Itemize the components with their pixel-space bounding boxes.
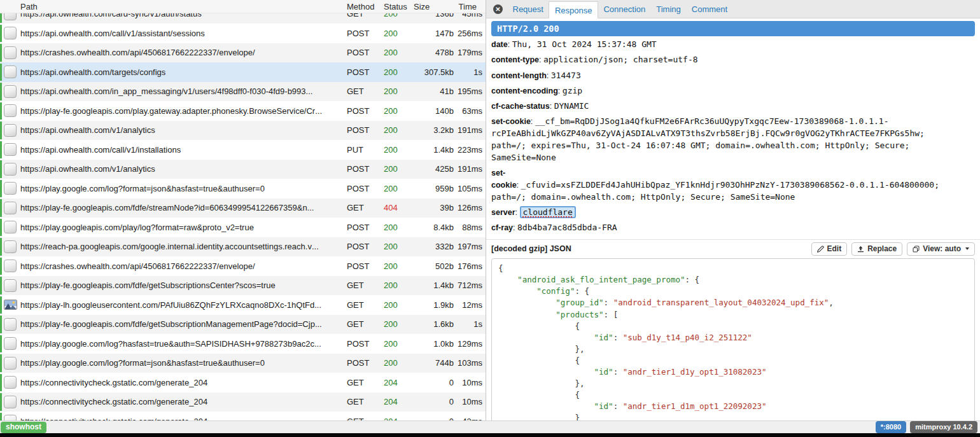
flow-status: 200 — [381, 13, 409, 18]
flow-row[interactable]: https://api.owhealth.com/card-sync/v1/au… — [0, 13, 486, 24]
flow-status: 200 — [381, 184, 409, 193]
flow-status: 200 — [381, 48, 409, 57]
document-icon — [4, 221, 17, 233]
view-mode-button[interactable]: View: auto — [907, 242, 975, 256]
json-line: { — [498, 355, 974, 366]
flow-row[interactable]: https://api.owhealth.com/v1/analyticsPOS… — [0, 160, 486, 179]
header-value: application/json; charset=utf-8 — [543, 55, 698, 64]
document-icon — [4, 240, 17, 253]
document-icon — [4, 182, 17, 195]
flow-path: https://api.owhealth.com/v1/analytics — [20, 125, 346, 135]
bottom-black-bar — [0, 433, 980, 437]
flow-row[interactable]: https://connectivitycheck.gstatic.com/ge… — [0, 412, 486, 420]
flow-path: https://play.google.com/log?hasfast=true… — [20, 339, 346, 349]
flow-method: POST — [346, 67, 381, 77]
flow-row[interactable]: https://play-fe.googleapis.com/play.gate… — [0, 101, 486, 121]
flow-row[interactable]: https://reach-pa.googleapis.com/google.i… — [0, 237, 486, 257]
flow-row[interactable]: https://play.google.com/log?hasfast=true… — [0, 334, 486, 354]
flow-time: 103ms — [454, 358, 486, 368]
edit-button[interactable]: Edit — [811, 242, 848, 256]
response-headers: date: Thu, 31 Oct 2024 15:37:48 GMTconte… — [491, 39, 975, 234]
column-header-method[interactable]: Method — [346, 2, 381, 11]
port-badge: *:8080 — [876, 421, 906, 433]
tab-comment[interactable]: Comment — [686, 0, 732, 18]
response-header-row: content-encoding: gzip — [491, 85, 975, 97]
flow-time: 105ms — [454, 184, 486, 193]
response-header-row: cf-ray: 8db4ba7ac8d5dbda-FRA — [491, 222, 975, 234]
flow-row[interactable]: https://play-lh.googleusercontent.com/PA… — [0, 295, 486, 315]
flow-method: POST — [346, 242, 381, 251]
header-value[interactable]: cloudflare — [520, 206, 576, 218]
column-header-time[interactable]: Time — [454, 2, 486, 11]
flow-method: GET — [346, 87, 381, 96]
column-header-path[interactable]: Path — [20, 2, 346, 11]
flow-size: 8.4kb — [409, 223, 454, 232]
tab-response[interactable]: Response — [549, 1, 598, 18]
flow-path: https://play-fe.googleapis.com/fdfe/getS… — [20, 281, 346, 290]
response-status-line[interactable]: HTTP/2.0 200 — [491, 21, 975, 36]
tab-connection[interactable]: Connection — [598, 0, 651, 18]
main-area: Path Method Status Size Time https://api… — [0, 0, 980, 420]
document-icon — [4, 143, 17, 156]
flow-row[interactable]: https://play-fe.googleapis.com/fdfe/getS… — [0, 315, 486, 335]
document-icon — [4, 202, 17, 214]
flow-time: 256ms — [454, 29, 486, 38]
content-view-label: [decoded gzip] JSON — [491, 244, 571, 253]
flow-row[interactable]: https://play-fe.googleapis.com/fdfe/getS… — [0, 276, 486, 296]
json-line: }, — [498, 378, 974, 389]
flow-row[interactable]: https://play.googleapis.com/play/log?for… — [0, 218, 486, 237]
flow-method: POST — [346, 261, 381, 271]
document-icon — [4, 27, 17, 39]
tab-timing[interactable]: Timing — [651, 0, 687, 18]
flow-path: https://api.owhealth.com/call/v1/install… — [20, 145, 346, 155]
flow-method: POST — [346, 29, 381, 38]
showhost-badge[interactable]: showhost — [1, 422, 46, 433]
flow-time: 12ms — [454, 300, 486, 310]
header-value: 314473 — [551, 71, 581, 80]
flow-method: GET — [346, 13, 381, 18]
flow-row[interactable]: https://play-fe.googleapis.com/fdfe/stre… — [0, 198, 486, 218]
flow-row[interactable]: https://crashes.owhealth.com/api/4506817… — [0, 43, 486, 63]
flow-row[interactable]: https://api.owhealth.com/v1/analyticsPOS… — [0, 121, 486, 141]
document-icon — [4, 318, 17, 331]
flow-path: https://api.owhealth.com/in_app_messagin… — [20, 87, 346, 96]
header-name: set- cookie — [491, 169, 517, 190]
flow-row[interactable]: https://play.google.com/log?format=json&… — [0, 354, 486, 373]
flow-row[interactable]: https://crashes.owhealth.com/api/4506817… — [0, 256, 486, 276]
flow-status: 200 — [381, 106, 409, 116]
flow-row[interactable]: https://play.google.com/log?format=json&… — [0, 179, 486, 198]
flow-path: https://api.owhealth.com/call/v1/assista… — [20, 29, 346, 38]
flow-row[interactable]: https://connectivitycheck.gstatic.com/ge… — [0, 392, 486, 412]
column-header-status[interactable]: Status — [381, 2, 409, 11]
column-header-size[interactable]: Size — [409, 2, 454, 11]
flow-size: 959b — [409, 184, 454, 193]
flow-size: 39b — [409, 203, 454, 212]
flow-row[interactable]: https://api.owhealth.com/targets/configs… — [0, 62, 486, 82]
response-header-row: content-length: 314473 — [491, 70, 975, 82]
flow-row[interactable]: https://api.owhealth.com/in_app_messagin… — [0, 82, 486, 102]
document-icon — [4, 396, 17, 408]
flow-time: 712ms — [454, 281, 486, 290]
content-view-header: [decoded gzip] JSON Edit Replace View: a… — [491, 242, 975, 256]
header-value: gzip — [563, 86, 582, 95]
flow-time: 10ms — [454, 378, 486, 387]
flow-size: 0 — [409, 378, 454, 387]
flow-row[interactable]: https://api.owhealth.com/call/v1/install… — [0, 140, 486, 160]
document-icon — [4, 376, 17, 389]
document-icon — [4, 337, 17, 350]
tab-request[interactable]: Request — [507, 0, 549, 18]
close-icon[interactable]: ✕ — [493, 4, 503, 14]
replace-button[interactable]: Replace — [851, 242, 902, 256]
flow-status: 204 — [381, 397, 409, 406]
document-icon — [4, 260, 17, 272]
version-badge: mitmproxy 10.4.2 — [910, 421, 977, 433]
flow-row[interactable]: https://api.owhealth.com/call/v1/assista… — [0, 24, 486, 43]
flow-time: 1s — [454, 67, 486, 77]
flow-row[interactable]: https://connectivitycheck.gstatic.com/ge… — [0, 373, 486, 392]
response-header-row: set-cookie: __cf_bm=RqDDjJSog1a4QfkuFM2e… — [491, 116, 975, 163]
json-line: { — [498, 389, 974, 401]
flow-time: 126ms — [454, 203, 486, 212]
document-icon — [4, 124, 17, 137]
flow-size: 140b — [409, 106, 454, 116]
flow-status: 200 — [381, 300, 409, 310]
